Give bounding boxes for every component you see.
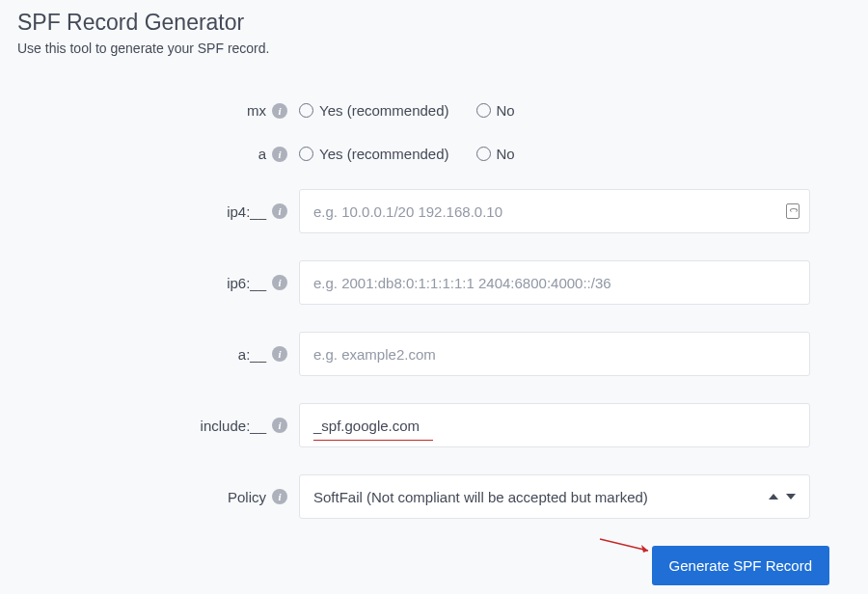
a-no-label: No <box>497 146 515 162</box>
mx-yes-label: Yes (recommended) <box>319 102 449 119</box>
page-title: SPF Record Generator <box>17 10 851 36</box>
info-icon[interactable]: i <box>272 346 287 362</box>
ip6-placeholder: e.g. 2001:db8:0:1:1:1:1:1 2404:6800:4000… <box>313 275 611 291</box>
include-input[interactable]: _spf.google.com <box>299 403 810 447</box>
info-icon[interactable]: i <box>272 418 287 433</box>
info-icon[interactable]: i <box>272 275 287 290</box>
select-arrows-icon <box>769 494 796 500</box>
mx-radio-group: Yes (recommended) No <box>299 102 829 119</box>
ip4-placeholder: e.g. 10.0.0.1/20 192.168.0.10 <box>313 203 502 220</box>
mx-label: mx <box>247 102 266 119</box>
ip6-input[interactable]: e.g. 2001:db8:0:1:1:1:1:1 2404:6800:4000… <box>299 260 810 305</box>
radio-icon <box>476 103 491 118</box>
radio-icon <box>476 147 491 161</box>
a-field-placeholder: e.g. example2.com <box>313 346 436 363</box>
policy-value: SoftFail (Not compliant will be accepted… <box>313 489 648 505</box>
generate-button[interactable]: Generate SPF Record <box>652 546 829 585</box>
a-no-option[interactable]: No <box>476 146 515 162</box>
info-icon[interactable]: i <box>272 103 287 119</box>
spf-form: mx i Yes (recommended) No a i <box>0 64 868 585</box>
chevron-down-icon <box>786 494 796 500</box>
contacts-icon[interactable] <box>786 203 800 219</box>
svg-line-0 <box>600 539 648 551</box>
ip4-label: ip4:__ <box>227 203 266 220</box>
a-yes-option[interactable]: Yes (recommended) <box>299 146 449 162</box>
page-subtitle: Use this tool to generate your SPF recor… <box>17 40 851 56</box>
svg-marker-1 <box>641 545 648 553</box>
radio-icon <box>299 147 313 161</box>
a-field-label: a:__ <box>238 346 266 363</box>
spellcheck-underline <box>313 440 433 442</box>
chevron-up-icon <box>769 494 778 500</box>
annotation-arrow-icon <box>598 535 656 554</box>
policy-select[interactable]: SoftFail (Not compliant will be accepted… <box>299 474 810 519</box>
policy-label: Policy <box>228 489 266 505</box>
ip4-input[interactable]: e.g. 10.0.0.1/20 192.168.0.10 <box>299 189 810 233</box>
info-icon[interactable]: i <box>272 203 287 219</box>
mx-no-option[interactable]: No <box>476 102 515 119</box>
include-value: _spf.google.com <box>313 418 420 434</box>
a-label: a <box>258 146 266 162</box>
a-yes-label: Yes (recommended) <box>319 146 449 162</box>
a-radio-group: Yes (recommended) No <box>299 146 829 162</box>
mx-yes-option[interactable]: Yes (recommended) <box>299 102 449 119</box>
info-icon[interactable]: i <box>272 489 287 504</box>
include-label: include:__ <box>201 418 266 434</box>
info-icon[interactable]: i <box>272 147 287 162</box>
a-field-input[interactable]: e.g. example2.com <box>299 332 810 376</box>
radio-icon <box>299 103 313 118</box>
mx-no-label: No <box>497 102 515 119</box>
ip6-label: ip6:__ <box>227 275 266 291</box>
